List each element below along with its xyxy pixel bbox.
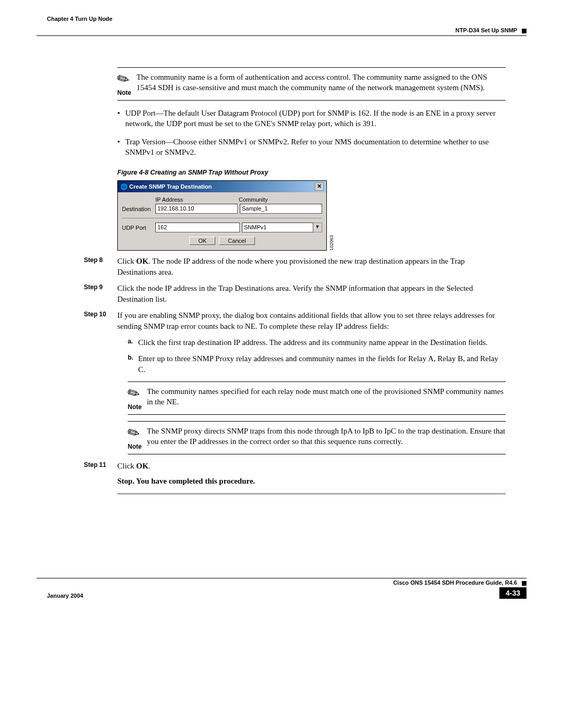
bullet-text: Trap Version—Choose either SNMPv1 or SNM… <box>125 137 506 158</box>
step-text: If you are enabling SNMP proxy, the dial… <box>117 310 506 332</box>
community-label: Community <box>239 196 322 203</box>
bullet-item: • Trap Version—Choose either SNMPv1 or S… <box>117 137 506 158</box>
pen-icon: ✎ <box>124 383 143 404</box>
step-label: Step 8 <box>84 256 117 278</box>
dialog-title-text: Create SNMP Trap Destination <box>129 183 212 190</box>
bullet-text: UDP Port—The default User Datagram Proto… <box>125 108 506 129</box>
note-block-1: ✎ Note The community name is a form of a… <box>117 67 506 101</box>
step-text: Click the node IP address in the Trap De… <box>117 283 506 305</box>
chapter-title: Chapter 4 Turn Up Node <box>47 16 527 22</box>
footer-date: January 2004 <box>47 593 83 599</box>
stop-text: Stop. You have completed this procedure. <box>117 477 506 486</box>
note-text: The SNMP proxy directs SNMP traps from t… <box>147 426 506 451</box>
close-icon[interactable]: ✕ <box>315 182 324 191</box>
pen-icon: ✎ <box>124 423 143 443</box>
step-label: Step 10 <box>84 310 117 332</box>
note-text: The community name is a form of authenti… <box>137 72 506 97</box>
ip-field[interactable]: 192.168.10.10 <box>155 204 238 214</box>
header-marker-icon <box>522 29 527 33</box>
udp-field[interactable]: 162 <box>155 223 240 232</box>
note-block-3: ✎ Note The SNMP proxy directs SNMP traps… <box>128 421 506 454</box>
footer-book: Cisco ONS 15454 SDH Procedure Guide, R4.… <box>393 579 517 586</box>
snmp-dialog: 🌐 Create SNMP Trap Destination ✕ IP Addr… <box>117 180 327 251</box>
note-text: The community names specified for each r… <box>147 386 506 411</box>
sub-text: Enter up to three SNMP Proxy relay addre… <box>138 353 506 375</box>
sub-label: a. <box>128 337 138 348</box>
cancel-button[interactable]: Cancel <box>219 237 254 245</box>
note-label: Note <box>117 89 131 96</box>
step-text: Click OK. <box>117 461 506 472</box>
community-field[interactable]: Sample_1 <box>240 204 322 214</box>
figure-id: 102063 <box>329 235 334 251</box>
end-divider <box>117 493 506 495</box>
note-label: Note <box>128 403 142 411</box>
page-number: 4-33 <box>499 587 527 599</box>
sub-text: Click the first trap destination IP addr… <box>138 337 487 348</box>
destination-label: Destination <box>122 206 155 212</box>
section-title: NTP-D34 Set Up SNMP <box>456 27 517 33</box>
step-label: Step 9 <box>84 283 117 305</box>
version-select[interactable]: SNMPv1 <box>242 223 313 232</box>
sub-label: b. <box>128 353 138 375</box>
udp-label: UDP Port <box>122 225 155 231</box>
ok-button[interactable]: OK <box>189 237 215 245</box>
chevron-down-icon[interactable]: ▼ <box>313 223 322 232</box>
note-block-2: ✎ Note The community names specified for… <box>128 381 506 415</box>
step-label: Step 11 <box>84 461 117 472</box>
ip-label: IP Address <box>155 196 239 203</box>
bullet-item: • UDP Port—The default User Datagram Pro… <box>117 108 506 129</box>
pen-icon: ✎ <box>114 69 132 90</box>
dialog-titlebar: 🌐 Create SNMP Trap Destination ✕ <box>118 181 326 192</box>
step-text: Click OK. The node IP address of the nod… <box>117 256 506 278</box>
note-label: Note <box>128 443 142 450</box>
figure-caption: Figure 4-8 Creating an SNMP Trap Without… <box>117 169 506 176</box>
page-footer: January 2004 Cisco ONS 15454 SDH Procedu… <box>36 578 527 599</box>
footer-marker-icon <box>522 581 527 586</box>
page-header: Chapter 4 Turn Up Node NTP-D34 Set Up SN… <box>36 16 527 36</box>
